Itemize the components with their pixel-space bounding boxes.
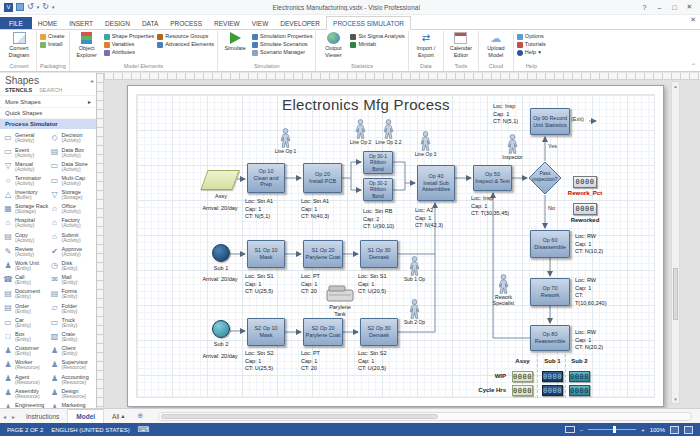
zoom-level[interactable]: 100% — [650, 427, 665, 433]
fit-page-icon[interactable] — [670, 426, 679, 434]
stencil-item-terminator-activity-[interactable]: ○Terminator(Activity) — [3, 174, 50, 188]
stencil-item-storage-rack-storage-[interactable]: ▦Storage Rack(Storage) — [3, 202, 50, 216]
advanced-elements-button[interactable]: Advanced Elements — [157, 42, 214, 48]
process-box-s1op10[interactable]: S1 Op 10Mask — [247, 240, 285, 268]
stencil-item-storage-storage-[interactable]: ▽Storage(Storage) — [50, 188, 97, 202]
process-box-op30-2[interactable]: Op 30-2Ribbon Bond — [363, 178, 393, 201]
stencil-item-marketing-resource-[interactable]: ♟Marketing(Resource) — [50, 401, 97, 408]
page-nav-right-icon[interactable]: ▸ — [9, 413, 18, 420]
ribbon-tab-process-simulator[interactable]: PROCESS SIMULATOR — [326, 16, 411, 30]
object-explorer-button[interactable]: ObjectExplorer — [73, 32, 101, 59]
tutorials-button[interactable]: Tutorials — [517, 42, 546, 48]
ribbon-tab-view[interactable]: VIEW — [246, 17, 275, 29]
stencil-item-approve-activity-[interactable]: ✔Approve(Activity) — [50, 245, 97, 259]
stencil-item-submit-activity-[interactable]: ⌂Submit(Activity) — [50, 230, 97, 244]
drawing-page[interactable]: Electronics Mfg Process Assy Arrival: 20… — [127, 85, 664, 407]
cycle-hrs-sub2-counter[interactable]: 0000 — [569, 385, 590, 396]
tab-search[interactable]: SEARCH — [39, 87, 62, 93]
simulate-scenarios-button[interactable]: Simulate Scenarios — [252, 42, 312, 48]
stencil-item-data-box-activity-[interactable]: ▤Data Box(Activity) — [50, 145, 97, 159]
create-button[interactable]: Create — [40, 34, 65, 40]
ribbon-tab-design[interactable]: DESIGN — [99, 17, 136, 29]
stencil-item-work-unit-entity-[interactable]: ♟Work Unit(Entity) — [3, 259, 50, 273]
save-icon[interactable] — [16, 3, 24, 11]
presentation-mode-icon[interactable] — [565, 426, 575, 433]
stencil-item-general-activity-[interactable]: ▭General(Activity) — [3, 131, 50, 145]
stencil-item-copy-activity-[interactable]: ▤Copy(Activity) — [3, 230, 50, 244]
worker-line-op-2-2[interactable] — [382, 119, 395, 139]
more-shapes-item[interactable]: More Shapes▸ — [0, 96, 96, 108]
undo-icon[interactable]: ↺ — [27, 3, 34, 11]
stencil-item-office-activity-[interactable]: ⌂Office(Activity) — [50, 202, 97, 216]
upload-model-button[interactable]: ☁ UploadModel — [482, 32, 510, 59]
stencil-item-order-entity-[interactable]: ▤Order(Entity) — [3, 301, 50, 315]
ribbon-tab-data[interactable]: DATA — [136, 17, 164, 29]
horizontal-scrollbar[interactable] — [158, 412, 692, 421]
stencil-item-customer-entity-[interactable]: ♟Customer(Entity) — [3, 344, 50, 358]
stencil-item-forms-entity-[interactable]: ▤Forms(Entity) — [50, 287, 97, 301]
stencil-item-decision-activity-[interactable]: ◇Decision(Activity) — [50, 131, 97, 145]
simulation-properties-button[interactable]: Simulation Properties — [252, 34, 312, 40]
stencil-item-car-entity-[interactable]: ▭Car(Entity) — [3, 315, 50, 329]
process-box-op80[interactable]: Op 80Reassemble — [530, 325, 570, 351]
process-box-s2op20[interactable]: S2 Op 20Parylene Coat — [303, 318, 343, 346]
stencil-item-box-entity-[interactable]: □Box(Entity) — [3, 330, 50, 344]
page-tab-instructions[interactable]: Instructions — [18, 409, 68, 423]
stencil-item-crate-entity-[interactable]: ▧Crate(Entity) — [50, 330, 97, 344]
close-button[interactable]: ✕ — [683, 2, 696, 12]
stencil-item-folder-entity-[interactable]: ▱Folder(Entity) — [50, 301, 97, 315]
attributes-button[interactable]: Attributes — [104, 50, 155, 56]
sub2-source-shape[interactable] — [212, 320, 230, 338]
stencil-item-accounting-resource-[interactable]: ♟Accounting(Resource) — [50, 372, 97, 386]
stencil-item-inventory-buffer-[interactable]: △Inventory(Buffer) — [3, 188, 50, 202]
stencil-item-disk-entity-[interactable]: ◷Disk(Entity) — [50, 259, 97, 273]
six-sigma-analysis-button[interactable]: Six Sigma Analysis — [350, 34, 404, 40]
ribbon-collapse-icon[interactable]: ⌃ — [691, 62, 696, 69]
ribbon-tab-home[interactable]: HOME — [32, 17, 64, 29]
ribbon-tab-insert[interactable]: INSERT — [63, 17, 99, 29]
simulate-button[interactable]: Simulate — [221, 32, 249, 52]
redo-icon[interactable]: ↻ — [42, 3, 49, 11]
parylene-tank-shape[interactable] — [325, 283, 355, 303]
worker-inspector[interactable] — [506, 134, 519, 154]
wip-sub2-counter[interactable]: 0000 — [569, 371, 590, 382]
process-box-op50[interactable]: Op 50Inspect & Test — [473, 165, 512, 191]
help-button-ribbon[interactable]: Help▾ — [517, 50, 546, 56]
quick-shapes-item[interactable]: Quick Shapes — [0, 108, 96, 119]
stencil-item-document-entity-[interactable]: ▤Document(Entity) — [3, 287, 50, 301]
calendar-editor-button[interactable]: CalendarEditor — [447, 32, 475, 59]
drawing-canvas[interactable]: Electronics Mfg Process Assy Arrival: 20… — [97, 73, 700, 408]
stencil-item-multi-cap-activity-[interactable]: ▭Multi-Cap(Activity) — [50, 174, 97, 188]
cycle-hrs-sub1-counter[interactable]: 0000 — [542, 385, 563, 396]
process-box-op30-1[interactable]: Op 30-1Ribbon Bond — [363, 151, 393, 174]
output-viewer-button[interactable]: OutputViewer — [319, 32, 347, 59]
wip-sub1-counter[interactable]: 0000 — [542, 371, 563, 382]
shape-properties-button[interactable]: Shape Properties — [104, 34, 155, 40]
ribbon-tab-review[interactable]: REVIEW — [208, 17, 246, 29]
worker-sub1-op[interactable] — [408, 256, 421, 276]
zoom-slider-thumb[interactable] — [613, 426, 616, 433]
stencil-item-call-entity-[interactable]: ☎Call(Entity) — [3, 273, 50, 287]
minimize-button[interactable]: – — [653, 2, 666, 12]
resource-groups-button[interactable]: Resource Groups — [157, 34, 214, 40]
worker-rework-specialist[interactable] — [497, 274, 510, 294]
minitab-button[interactable]: Minitab — [350, 42, 404, 48]
ribbon-tab-file[interactable]: FILE — [0, 17, 32, 29]
variables-button[interactable]: Variables — [104, 42, 155, 48]
scroll-up-icon[interactable]: ▴ — [672, 82, 679, 90]
wip-assy-counter[interactable]: 0000 — [512, 371, 533, 382]
scenario-manager-button[interactable]: Scenario Manager — [252, 50, 312, 56]
page-tab-model[interactable]: Model — [68, 409, 104, 423]
process-box-op40[interactable]: Op 40Install Sub Assemblies — [417, 165, 455, 201]
zoom-in-button[interactable]: + — [641, 427, 645, 433]
stencil-process-simulator[interactable]: Process Simulator — [0, 119, 96, 129]
process-box-s1op30[interactable]: S1 Op 30Demask — [360, 240, 398, 268]
page-nav-left-icon[interactable]: ◂ — [0, 413, 9, 420]
process-box-op20[interactable]: Op 20Install PCB — [303, 163, 342, 193]
zoom-slider[interactable] — [588, 429, 636, 430]
stencil-item-supervisor-resource-[interactable]: ♟Supervisor(Resource) — [50, 358, 97, 372]
worker-line-op-3[interactable] — [419, 131, 432, 151]
options-button[interactable]: Options — [517, 34, 546, 40]
import-export-button[interactable]: ⇄ Import /Export — [412, 32, 440, 59]
language-indicator[interactable]: ENGLISH (UNITED STATES) — [51, 427, 129, 433]
